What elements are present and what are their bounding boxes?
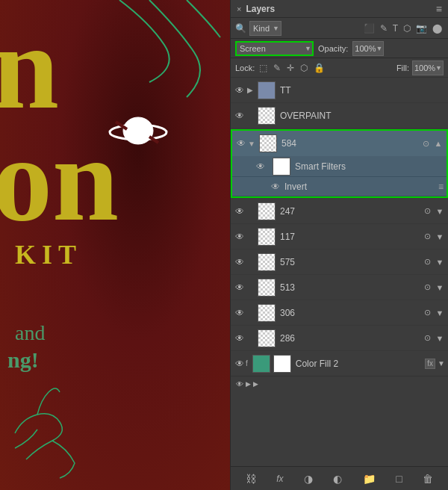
adjustment-layer-icon[interactable]: ◐ xyxy=(330,471,345,486)
shape-filter-icon[interactable]: ⬡ xyxy=(402,22,412,34)
smart-object-icon[interactable]: ⊙ xyxy=(422,333,432,344)
layers-panel: × Layers ≡ 🔍 Kind ▼ ⬛ ✎ T ⬡ 📷 ⬤ Screen ▼ xyxy=(230,0,448,490)
opacity-wrapper: ▼ xyxy=(352,41,384,56)
visibility-icon[interactable]: 👁 xyxy=(234,378,246,390)
layer-name: OVERPAINT xyxy=(279,111,445,121)
layer-end-icons: ⊙ ▼ xyxy=(422,308,445,318)
visibility-icon[interactable]: 👁 xyxy=(234,282,246,294)
lock-all-icon[interactable]: 🔒 xyxy=(312,62,326,74)
kind-select[interactable]: Kind xyxy=(249,21,281,36)
layer-name: 584 xyxy=(280,138,420,149)
smart-object-icon[interactable]: ⊙ xyxy=(422,206,432,217)
layer-end-icons: ⊙ ▲ xyxy=(420,138,444,149)
new-group-icon[interactable]: 📁 xyxy=(360,471,379,486)
layer-row[interactable]: 👁 513 ⊙ ▼ xyxy=(231,275,448,300)
invert-filter-row[interactable]: 👁 Invert ≡ xyxy=(232,177,447,196)
expand-icon[interactable]: ▼ xyxy=(435,232,445,242)
smart-filters-row[interactable]: 👁 Smart Filters xyxy=(232,156,447,177)
expand-placeholder xyxy=(246,205,255,217)
expand-icon[interactable]: ▶ xyxy=(246,84,255,96)
visibility-icon[interactable]: 👁 xyxy=(270,181,281,193)
layer-thumbnail xyxy=(258,329,276,347)
expand-placeholder: f xyxy=(246,359,248,368)
panel-menu-icon[interactable]: ≡ xyxy=(436,3,442,15)
new-layer-icon[interactable]: □ xyxy=(393,471,405,486)
fx-button[interactable]: fx xyxy=(273,472,286,486)
smart-object-icon[interactable]: ⊙ xyxy=(422,257,432,267)
layer-end-icons: ⊙ ▼ xyxy=(422,333,445,344)
expand-icon[interactable]: ▼ xyxy=(435,333,445,344)
expand-icon[interactable]: ▼ xyxy=(435,282,445,293)
filter-toggle-icon[interactable]: ⬤ xyxy=(431,22,444,34)
adjustment-filter-icon[interactable]: ✎ xyxy=(379,22,389,34)
expand-icon[interactable]: ▼ xyxy=(435,206,445,217)
layer-thumbnail xyxy=(258,304,276,322)
layer-name: Color Fill 2 xyxy=(294,359,425,369)
color-fill-layer-row[interactable]: 👁 f Color Fill 2 fx ▼ xyxy=(231,351,448,376)
layer-end-icons: ⊙ ▼ xyxy=(422,282,445,293)
color-fill-thumbnail xyxy=(252,355,270,373)
smart-object-icon[interactable]: ⊙ xyxy=(420,138,431,149)
visibility-icon[interactable]: 👁 xyxy=(255,161,267,173)
layer-row[interactable]: 👁 286 ⊙ ▼ xyxy=(231,326,448,351)
layer-row[interactable]: 👁 306 ⊙ ▼ xyxy=(231,300,448,326)
layer-name: 575 xyxy=(279,257,422,267)
visibility-icon[interactable]: 👁 xyxy=(234,358,246,370)
smart-object-icon[interactable]: ⊙ xyxy=(422,308,432,318)
expand-icon[interactable]: ▼ xyxy=(435,308,445,318)
expand-placeholder xyxy=(246,231,255,243)
collapse-icon[interactable]: ▲ xyxy=(433,138,444,149)
layer-row-584[interactable]: 👁 ▼ 584 ⊙ ▲ xyxy=(232,131,447,156)
blend-mode-select[interactable]: Screen xyxy=(235,41,314,56)
visibility-icon[interactable]: 👁 xyxy=(234,84,246,96)
expand-icon[interactable]: ▼ xyxy=(247,137,256,149)
visibility-icon[interactable]: 👁 xyxy=(235,137,247,149)
layer-name: 247 xyxy=(279,206,422,217)
layer-row[interactable]: 👁 575 ⊙ ▼ xyxy=(231,249,448,275)
lock-position-icon[interactable]: ✛ xyxy=(285,62,296,74)
expand-placeholder xyxy=(246,307,255,319)
canvas-line-art xyxy=(0,0,230,490)
layer-thumbnail xyxy=(258,202,276,220)
delete-layer-icon[interactable]: 🗑 xyxy=(420,471,436,486)
smart-filters-label: Smart Filters xyxy=(293,161,444,172)
partial-row-indicator: ▶ ▶ xyxy=(246,380,258,388)
add-mask-icon[interactable]: ◑ xyxy=(301,471,316,486)
visibility-icon[interactable]: 👁 xyxy=(234,256,246,268)
layer-row[interactable]: 👁 ▶ TT xyxy=(231,78,448,103)
partial-layer-row[interactable]: 👁 ▶ ▶ xyxy=(231,376,448,391)
expand-icon[interactable]: ▼ xyxy=(435,257,445,267)
filter-icons: ⬛ ✎ T ⬡ 📷 ⬤ xyxy=(362,22,444,34)
smartobj-filter-icon[interactable]: 📷 xyxy=(414,22,429,34)
layer-end-icons: ⊙ ▼ xyxy=(422,257,445,267)
lock-pixels-icon[interactable]: ⬚ xyxy=(258,62,269,74)
fx-icon[interactable]: fx xyxy=(425,359,435,369)
smart-filters-thumb xyxy=(273,158,290,176)
layer-row[interactable]: 👁 OVERPAINT xyxy=(231,103,448,128)
visibility-icon[interactable]: 👁 xyxy=(234,231,246,243)
opacity-label: Opacity: xyxy=(318,44,348,53)
fill-input[interactable] xyxy=(412,61,444,75)
layer-row[interactable]: 👁 117 ⊙ ▼ xyxy=(231,224,448,249)
link-layers-icon[interactable]: ⛓ xyxy=(243,471,259,486)
type-filter-icon[interactable]: T xyxy=(391,22,399,34)
layer-row[interactable]: 👁 247 ⊙ ▼ xyxy=(231,199,448,224)
smart-object-icon[interactable]: ⊙ xyxy=(422,232,432,242)
layer-thumbnail xyxy=(258,279,276,297)
filter-options-icon[interactable]: ≡ xyxy=(438,182,444,192)
layer-name: 117 xyxy=(279,232,422,242)
layer-expand-icon[interactable]: ▼ xyxy=(438,359,445,368)
pixel-filter-icon[interactable]: ⬛ xyxy=(362,22,376,34)
smart-object-icon[interactable]: ⊙ xyxy=(422,282,432,293)
visibility-icon[interactable]: 👁 xyxy=(234,205,246,217)
lock-icons-group: ⬚ ✎ ✛ ⬡ 🔒 xyxy=(258,62,326,74)
visibility-icon[interactable]: 👁 xyxy=(234,332,246,344)
visibility-icon[interactable]: 👁 xyxy=(234,110,246,122)
kind-filter-row: 🔍 Kind ▼ ⬛ ✎ T ⬡ 📷 ⬤ xyxy=(231,18,448,39)
lock-artboard-icon[interactable]: ⬡ xyxy=(299,62,309,74)
expand-placeholder xyxy=(246,332,255,344)
lock-paint-icon[interactable]: ✎ xyxy=(272,62,282,74)
fill-wrapper: ▼ xyxy=(412,61,444,75)
opacity-input[interactable] xyxy=(352,41,384,56)
visibility-icon[interactable]: 👁 xyxy=(234,307,246,319)
